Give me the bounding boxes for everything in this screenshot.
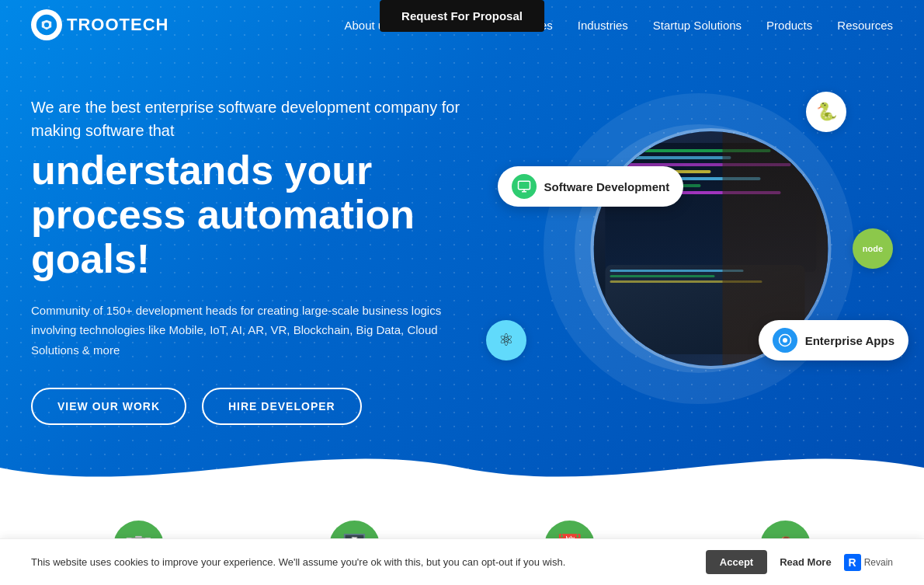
enterprise-apps-label: Enterprise Apps [805,334,894,347]
cookie-bar: This website uses cookies to improve you… [0,538,924,585]
svg-point-1 [44,23,49,27]
hero-title: understands your process automation goal… [31,148,505,282]
logo-text: TROOTECH [67,15,168,35]
enterprise-apps-icon [773,328,797,353]
software-dev-icon [512,174,537,199]
hero-section: We are the best enterprise software deve… [0,0,924,497]
cookie-accept-button[interactable]: Accept [706,550,767,574]
badge-software-development: Software Development [498,166,684,207]
react-icon: ⚛ [486,320,526,360]
revain-r-icon: R [844,554,861,571]
hero-subtitle: We are the best enterprise software deve… [31,96,505,142]
revain-badge: R Revain [844,554,893,571]
nav-startup[interactable]: Startup Solutions [653,19,742,32]
revain-label: Revain [864,557,893,568]
nav-resources[interactable]: Resources [837,19,893,32]
node-icon: node [853,228,893,269]
rfp-button[interactable]: Request For Proposal [380,0,544,32]
hero-wave [0,437,924,497]
cookie-read-more-link[interactable]: Read More [780,556,831,568]
svg-rect-2 [518,182,530,190]
svg-point-6 [783,338,787,343]
nav-industries[interactable]: Industries [578,19,628,32]
hero-right: Software Development Enterprise Apps 🐍 n… [505,62,894,435]
badge-enterprise-apps: Enterprise Apps [759,320,908,360]
python-icon: 🐍 [806,92,846,132]
hero-description: Community of 150+ development heads for … [31,301,466,360]
logo-icon [31,9,62,40]
hero-left: We are the best enterprise software deve… [31,72,505,425]
view-work-button[interactable]: VIEW OUR WORK [31,388,186,425]
nav-products[interactable]: Products [766,19,812,32]
hero-buttons: VIEW OUR WORK HIRE DEVELOPER [31,388,505,425]
logo[interactable]: TROOTECH [31,9,168,40]
hire-developer-button[interactable]: HIRE DEVELOPER [202,388,362,425]
software-dev-label: Software Development [544,180,670,193]
cookie-text: This website uses cookies to improve you… [31,556,693,568]
